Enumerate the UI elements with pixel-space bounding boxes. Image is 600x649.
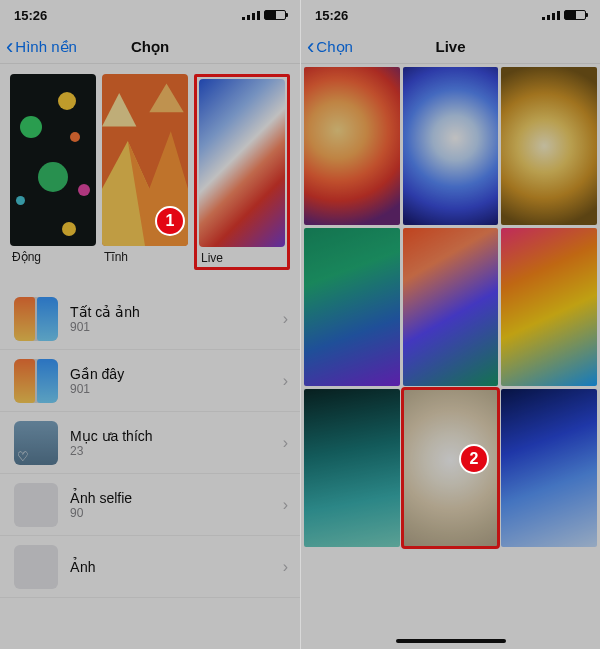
album-selfies[interactable]: Ảnh selfie 90 › bbox=[0, 474, 300, 536]
svg-rect-1 bbox=[247, 15, 250, 20]
type-dynamic-label: Động bbox=[10, 250, 96, 264]
album-title: Mục ưa thích bbox=[70, 428, 153, 444]
battery-icon bbox=[564, 10, 586, 20]
wallpaper-item[interactable] bbox=[304, 67, 400, 225]
svg-rect-8 bbox=[542, 17, 545, 20]
svg-rect-9 bbox=[547, 15, 550, 20]
svg-marker-6 bbox=[102, 93, 136, 126]
wallpaper-item[interactable] bbox=[501, 67, 597, 225]
svg-rect-0 bbox=[242, 17, 245, 20]
status-bar: 15:26 bbox=[0, 0, 300, 30]
nav-title: Live bbox=[301, 38, 600, 55]
album-favorites[interactable]: Mục ưa thích 23 › bbox=[0, 412, 300, 474]
type-live-thumb bbox=[199, 79, 285, 247]
svg-rect-11 bbox=[557, 11, 560, 20]
album-icon bbox=[14, 359, 58, 403]
status-bar: 15:26 bbox=[301, 0, 600, 30]
album-title: Ảnh selfie bbox=[70, 490, 132, 506]
wallpaper-item[interactable] bbox=[403, 228, 499, 386]
status-icons bbox=[542, 10, 586, 20]
type-still[interactable]: Tĩnh bbox=[102, 74, 188, 270]
wallpaper-item[interactable] bbox=[403, 67, 499, 225]
album-count: 901 bbox=[70, 320, 140, 334]
svg-rect-10 bbox=[552, 13, 555, 20]
wallpaper-item-selected[interactable] bbox=[403, 389, 499, 547]
album-count: 23 bbox=[70, 444, 153, 458]
album-recent[interactable]: Gần đây 901 › bbox=[0, 350, 300, 412]
svg-marker-7 bbox=[149, 84, 183, 113]
wallpaper-item[interactable] bbox=[501, 389, 597, 547]
screen-left-choose: 15:26 ‹ Hình nền Chọn bbox=[0, 0, 300, 649]
wallpaper-types: Động Tĩnh Live bbox=[0, 64, 300, 270]
wallpaper-item[interactable] bbox=[304, 389, 400, 547]
album-photos[interactable]: Ảnh › bbox=[0, 536, 300, 598]
album-title: Gần đây bbox=[70, 366, 124, 382]
status-time: 15:26 bbox=[14, 8, 47, 23]
type-dynamic[interactable]: Động bbox=[10, 74, 96, 270]
album-icon bbox=[14, 421, 58, 465]
status-time: 15:26 bbox=[315, 8, 348, 23]
svg-rect-3 bbox=[257, 11, 260, 20]
chevron-right-icon: › bbox=[283, 372, 288, 390]
album-count: 90 bbox=[70, 506, 132, 520]
home-indicator[interactable] bbox=[396, 639, 506, 643]
album-icon bbox=[14, 545, 58, 589]
album-count: 901 bbox=[70, 382, 124, 396]
wallpaper-item[interactable] bbox=[304, 228, 400, 386]
nav-bar: ‹ Hình nền Chọn bbox=[0, 30, 300, 64]
album-title: Ảnh bbox=[70, 559, 96, 575]
nav-title: Chọn bbox=[0, 38, 300, 56]
chevron-right-icon: › bbox=[283, 310, 288, 328]
type-still-thumb bbox=[102, 74, 188, 246]
chevron-right-icon: › bbox=[283, 558, 288, 576]
wallpaper-item[interactable] bbox=[501, 228, 597, 386]
nav-bar: ‹ Chọn Live bbox=[301, 30, 600, 64]
type-still-label: Tĩnh bbox=[102, 250, 188, 264]
status-icons bbox=[242, 10, 286, 20]
albums-list: Tất cả ảnh 901 › Gần đây 901 › bbox=[0, 288, 300, 598]
signal-icon bbox=[242, 10, 260, 20]
type-live[interactable]: Live bbox=[194, 74, 290, 270]
album-icon bbox=[14, 483, 58, 527]
chevron-right-icon: › bbox=[283, 496, 288, 514]
content: Động Tĩnh Live bbox=[0, 64, 300, 649]
type-live-label: Live bbox=[199, 251, 285, 265]
wallpaper-grid bbox=[301, 64, 600, 550]
album-all-photos[interactable]: Tất cả ảnh 901 › bbox=[0, 288, 300, 350]
album-icon bbox=[14, 297, 58, 341]
battery-icon bbox=[264, 10, 286, 20]
album-title: Tất cả ảnh bbox=[70, 304, 140, 320]
content: 2 bbox=[301, 64, 600, 649]
chevron-right-icon: › bbox=[283, 434, 288, 452]
screen-right-live: 15:26 ‹ Chọn Live bbox=[300, 0, 600, 649]
signal-icon bbox=[542, 10, 560, 20]
type-dynamic-thumb bbox=[10, 74, 96, 246]
svg-rect-2 bbox=[252, 13, 255, 20]
